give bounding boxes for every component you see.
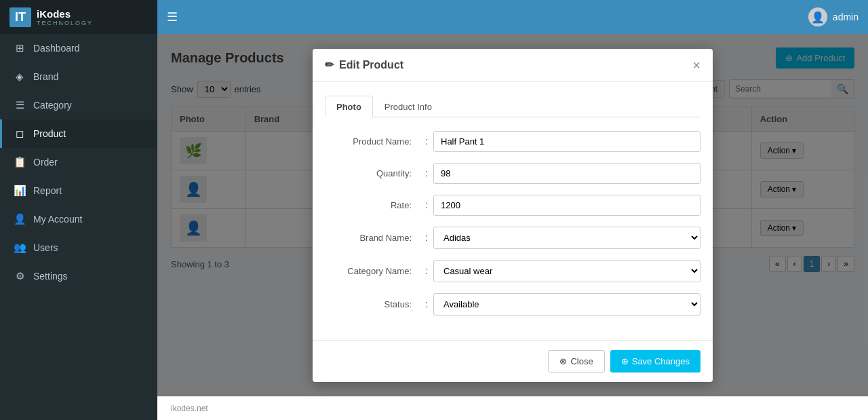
sidebar-item-category[interactable]: ☰ Category: [0, 91, 157, 119]
brand-icon: ◈: [13, 71, 26, 83]
save-label: Save Changes: [632, 356, 690, 366]
footer-text: ikodes.net: [171, 404, 208, 413]
sidebar-item-product[interactable]: ◻ Product: [0, 119, 157, 148]
brand-name-row: Brand Name: : Adidas Nike Puma Reebok: [325, 227, 701, 249]
colon: :: [420, 265, 433, 276]
users-icon: 👥: [13, 242, 26, 254]
sidebar-item-label: Order: [33, 157, 58, 168]
sidebar-item-label: Users: [33, 242, 58, 253]
colon: :: [420, 168, 433, 178]
close-icon: ⊗: [559, 356, 567, 366]
footer: ikodes.net: [157, 396, 868, 420]
colon: :: [420, 199, 433, 210]
sidebar-item-label: Dashboard: [33, 43, 80, 54]
dashboard-icon: ⊞: [13, 42, 26, 54]
modal-overlay: ✏ Edit Product × Photo Product Info Prod…: [157, 34, 868, 396]
report-icon: 📊: [13, 185, 26, 197]
sidebar-item-label: My Account: [33, 214, 82, 225]
settings-icon: ⚙: [13, 270, 26, 282]
colon: :: [420, 299, 433, 309]
topbar-right: 👤 admin: [808, 7, 859, 26]
sidebar-item-report[interactable]: 📊 Report: [0, 176, 157, 205]
close-modal-button[interactable]: ⊗ Close: [548, 350, 604, 373]
topbar-left: ☰: [167, 9, 178, 24]
product-name-input[interactable]: [433, 131, 701, 152]
content-area: Manage Products ⊕ Add Product Show 10 25…: [157, 34, 868, 396]
modal-close-button[interactable]: ×: [692, 58, 701, 72]
order-icon: 📋: [13, 156, 26, 168]
account-icon: 👤: [13, 213, 26, 225]
quantity-label: Quantity:: [325, 168, 420, 178]
edit-product-modal: ✏ Edit Product × Photo Product Info Prod…: [313, 49, 713, 382]
product-name-label: Product Name:: [325, 136, 420, 147]
tab-product-info[interactable]: Product Info: [373, 96, 443, 117]
category-name-label: Category Name:: [325, 266, 420, 276]
avatar: 👤: [808, 7, 827, 26]
sidebar-nav: ⊞ Dashboard ◈ Brand ☰ Category ◻ Product…: [0, 34, 157, 420]
sidebar-item-my-account[interactable]: 👤 My Account: [0, 205, 157, 233]
sidebar-item-dashboard[interactable]: ⊞ Dashboard: [0, 34, 157, 62]
tab-photo[interactable]: Photo: [325, 96, 373, 117]
logo-icon: IT: [9, 7, 31, 27]
sidebar-item-label: Settings: [33, 271, 68, 282]
product-name-row: Product Name: :: [325, 131, 701, 152]
logo-text: iKodes: [37, 8, 93, 20]
rate-input[interactable]: [433, 195, 701, 216]
logo-sub: TECHNOLOGY: [37, 20, 93, 26]
status-select[interactable]: Available Unavailable: [433, 293, 701, 316]
product-icon: ◻: [13, 128, 26, 140]
save-icon: ⊕: [621, 356, 629, 366]
modal-title-text: Edit Product: [339, 59, 403, 71]
status-row: Status: : Available Unavailable: [325, 293, 701, 316]
modal-tabs: Photo Product Info: [325, 96, 701, 117]
category-name-select[interactable]: Casual wear Formal wear Sports wear: [433, 260, 701, 282]
main-area: ☰ 👤 admin Manage Products ⊕ Add Product …: [157, 0, 868, 420]
sidebar-item-settings[interactable]: ⚙ Settings: [0, 262, 157, 290]
colon: :: [420, 136, 433, 147]
save-changes-button[interactable]: ⊕ Save Changes: [610, 350, 701, 373]
sidebar: IT iKodes TECHNOLOGY ⊞ Dashboard ◈ Brand…: [0, 0, 157, 420]
close-label: Close: [570, 356, 593, 366]
brand-name-label: Brand Name:: [325, 233, 420, 243]
sidebar-item-label: Report: [33, 185, 62, 196]
quantity-row: Quantity: :: [325, 163, 701, 184]
rate-label: Rate:: [325, 200, 420, 210]
menu-icon[interactable]: ☰: [167, 9, 178, 24]
sidebar-item-label: Category: [33, 100, 72, 111]
sidebar-item-label: Brand: [33, 71, 58, 82]
category-icon: ☰: [13, 99, 26, 111]
modal-title: ✏ Edit Product: [325, 58, 403, 71]
category-name-row: Category Name: : Casual wear Formal wear…: [325, 260, 701, 282]
modal-footer: ⊗ Close ⊕ Save Changes: [313, 340, 713, 382]
edit-icon: ✏: [325, 58, 334, 71]
admin-username: admin: [833, 12, 859, 22]
colon: :: [420, 232, 433, 243]
sidebar-item-users[interactable]: 👥 Users: [0, 233, 157, 262]
sidebar-item-order[interactable]: 📋 Order: [0, 148, 157, 176]
sidebar-logo: IT iKodes TECHNOLOGY: [0, 0, 157, 34]
sidebar-item-label: Product: [33, 128, 66, 139]
topbar: ☰ 👤 admin: [157, 0, 868, 34]
modal-body: Photo Product Info Product Name: : Quant…: [313, 82, 713, 340]
modal-header: ✏ Edit Product ×: [313, 49, 713, 82]
status-label: Status:: [325, 299, 420, 309]
sidebar-item-brand[interactable]: ◈ Brand: [0, 62, 157, 91]
rate-row: Rate: :: [325, 195, 701, 216]
quantity-input[interactable]: [433, 163, 701, 184]
brand-name-select[interactable]: Adidas Nike Puma Reebok: [433, 227, 701, 249]
